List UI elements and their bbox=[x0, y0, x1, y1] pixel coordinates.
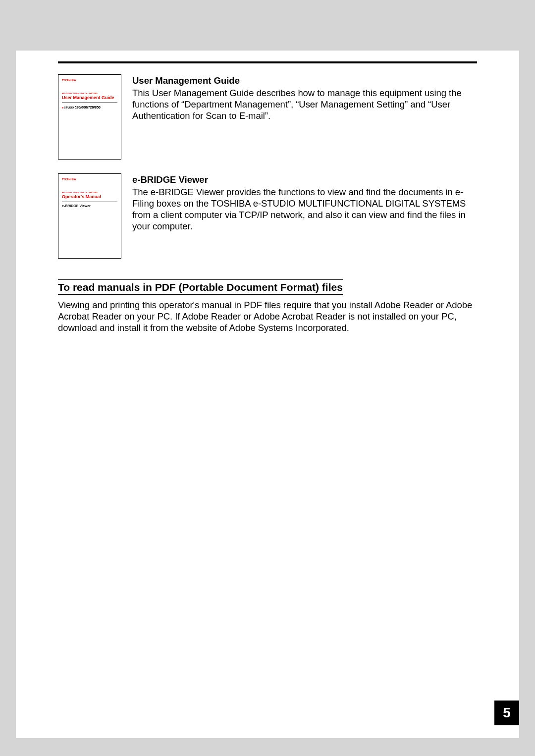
entry-body: This User Management Guide describes how… bbox=[132, 87, 477, 121]
page: TOSHIBA MULTIFUNCTIONAL DIGITAL SYSTEMS … bbox=[16, 0, 519, 738]
thumb-model-row: eSTUDIO520/600/720/850 bbox=[62, 106, 117, 109]
entry-heading: User Management Guide bbox=[132, 75, 477, 86]
entry-body: The e-BRIDGE Viewer provides the functio… bbox=[132, 186, 477, 232]
manual-entry: TOSHIBA MULTIFUNCTIONAL DIGITAL SYSTEMS … bbox=[58, 74, 477, 160]
entry-text: User Management Guide This User Manageme… bbox=[132, 74, 477, 121]
thumb-subline: MULTIFUNCTIONAL DIGITAL SYSTEMS bbox=[62, 192, 117, 194]
thumb-title: Operator's Manual bbox=[62, 195, 117, 200]
header-bar bbox=[16, 0, 519, 51]
thumb-subline: MULTIFUNCTIONAL DIGITAL SYSTEMS bbox=[62, 93, 117, 95]
section: To read manuals in PDF (Portable Documen… bbox=[58, 272, 477, 333]
page-number-tab: 5 bbox=[494, 701, 519, 725]
thumb-divider bbox=[62, 202, 117, 202]
section-body: Viewing and printing this operator's man… bbox=[58, 299, 477, 333]
manual-thumbnail: TOSHIBA MULTIFUNCTIONAL DIGITAL SYSTEMS … bbox=[58, 74, 121, 160]
entry-text: e-BRIDGE Viewer The e-BRIDGE Viewer prov… bbox=[132, 173, 477, 232]
manual-thumbnail: TOSHIBA MULTIFUNCTIONAL DIGITAL SYSTEMS … bbox=[58, 173, 121, 259]
content-area: TOSHIBA MULTIFUNCTIONAL DIGITAL SYSTEMS … bbox=[58, 74, 477, 333]
e-mark-icon: e bbox=[62, 106, 63, 109]
top-rule bbox=[58, 61, 477, 63]
thumb-brand: TOSHIBA bbox=[62, 178, 117, 181]
section-heading: To read manuals in PDF (Portable Documen… bbox=[58, 279, 343, 295]
manual-entry: TOSHIBA MULTIFUNCTIONAL DIGITAL SYSTEMS … bbox=[58, 173, 477, 259]
entry-heading: e-BRIDGE Viewer bbox=[132, 174, 477, 185]
thumb-estudio: STUDIO bbox=[64, 106, 74, 109]
thumb-brand: TOSHIBA bbox=[62, 79, 117, 82]
thumb-divider bbox=[62, 103, 117, 103]
thumb-title: User Management Guide bbox=[62, 96, 117, 101]
thumb-subtitle: e-BRIDGE Viewer bbox=[62, 204, 117, 208]
thumb-model: 520/600/720/850 bbox=[74, 106, 101, 109]
